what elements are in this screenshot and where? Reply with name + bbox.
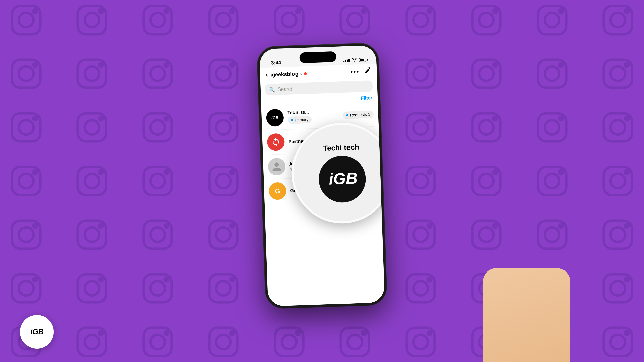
svg-point-98	[164, 170, 168, 174]
svg-point-49	[413, 66, 428, 81]
svg-point-80	[427, 117, 431, 121]
header-actions: •••	[350, 67, 372, 76]
svg-point-70	[216, 120, 230, 134]
svg-point-119	[625, 170, 629, 174]
status-time: 3:44	[271, 59, 281, 65]
svg-point-161	[230, 278, 234, 282]
svg-point-35	[99, 63, 103, 67]
search-bar[interactable]: 🔍 Search	[265, 80, 373, 95]
signal-icon	[343, 59, 350, 62]
svg-point-13	[282, 13, 296, 27]
ig-logo-cell	[453, 101, 519, 154]
svg-point-101	[230, 170, 234, 174]
svg-point-68	[164, 117, 168, 121]
ig-logo-cell	[0, 47, 59, 101]
svg-point-208	[610, 335, 625, 349]
ig-logo-cell	[453, 208, 519, 261]
requests-label: Requests 1	[350, 112, 370, 117]
ig-logo-cell	[125, 208, 191, 261]
ig-logo-cell	[453, 47, 519, 101]
svg-point-140	[427, 224, 431, 228]
svg-point-59	[625, 63, 629, 67]
ig-logo-cell	[388, 0, 453, 47]
ig-logo-cell	[125, 315, 191, 362]
magnifier-avatar: iGB	[318, 155, 367, 203]
ig-logo-cell	[519, 101, 585, 154]
more-options-button[interactable]: •••	[350, 68, 360, 76]
svg-point-127	[150, 227, 165, 242]
search-icon: 🔍	[269, 87, 275, 93]
svg-point-50	[427, 63, 431, 67]
avatar	[267, 133, 285, 151]
watermark-text: iGB	[30, 327, 43, 336]
svg-point-82	[479, 120, 493, 134]
svg-point-71	[230, 117, 234, 121]
primary-chip[interactable]: Primary	[288, 116, 312, 124]
ig-logo-cell	[388, 208, 453, 261]
svg-point-14	[296, 9, 300, 13]
ig-logo-cell	[191, 261, 256, 315]
svg-point-112	[479, 174, 493, 188]
compose-icon	[364, 67, 372, 74]
svg-point-179	[625, 278, 629, 282]
svg-point-155	[99, 278, 103, 282]
svg-point-83	[493, 117, 497, 121]
chip-dot	[291, 119, 293, 121]
ig-logo-cell	[0, 261, 59, 315]
ig-logo-cell	[388, 315, 453, 362]
svg-point-193	[282, 335, 296, 349]
ig-logo-cell	[585, 154, 644, 208]
svg-point-115	[545, 174, 559, 188]
ig-logo-cell	[125, 101, 191, 154]
person-icon	[271, 161, 282, 172]
ig-logo-cell	[191, 315, 256, 362]
ig-logo-cell	[125, 154, 191, 208]
svg-point-209	[625, 331, 629, 335]
username-chevron-icon[interactable]: ∨	[300, 71, 303, 76]
ig-logo-cell	[388, 47, 453, 101]
svg-point-86	[559, 117, 563, 121]
back-button[interactable]: ‹	[265, 71, 268, 79]
dynamic-island	[299, 51, 336, 63]
svg-point-37	[150, 66, 165, 81]
ig-logo-cell	[585, 315, 644, 362]
svg-point-91	[19, 174, 33, 188]
svg-point-31	[19, 66, 33, 81]
svg-point-145	[545, 227, 559, 242]
svg-point-28	[610, 13, 625, 27]
svg-point-89	[625, 117, 629, 121]
notification-dot	[304, 72, 307, 75]
svg-point-100	[216, 174, 230, 188]
hand-decoration	[476, 261, 570, 362]
svg-point-1	[19, 13, 33, 27]
svg-point-152	[33, 278, 37, 282]
svg-point-4	[85, 13, 99, 27]
svg-point-97	[150, 174, 165, 188]
svg-point-38	[164, 63, 168, 67]
svg-point-191	[230, 331, 234, 335]
svg-point-125	[99, 224, 103, 228]
svg-point-149	[625, 224, 629, 228]
username-label: igeeksblog	[270, 71, 299, 78]
svg-point-200	[427, 331, 431, 335]
ig-logo-cell	[59, 101, 125, 154]
ig-logo-cell	[388, 261, 453, 315]
username-row: igeeksblog ∨	[270, 69, 351, 78]
svg-point-95	[99, 170, 103, 174]
compose-button[interactable]	[364, 67, 372, 76]
ig-logo-cell	[125, 47, 191, 101]
svg-point-58	[610, 66, 625, 81]
svg-point-151	[19, 281, 33, 295]
svg-point-131	[230, 224, 234, 228]
svg-point-5	[99, 9, 103, 13]
requests-chip[interactable]: Requests 1	[343, 111, 374, 119]
filter-button[interactable]: Filter	[361, 95, 372, 101]
svg-point-56	[559, 63, 563, 67]
svg-point-139	[413, 227, 428, 242]
svg-point-148	[610, 227, 625, 242]
svg-point-128	[164, 224, 168, 228]
list-item[interactable]: iGB Techi te... Primary	[261, 102, 379, 130]
ig-logo-cell	[519, 0, 585, 47]
svg-point-32	[33, 63, 37, 67]
ig-logo-cell	[191, 208, 256, 261]
